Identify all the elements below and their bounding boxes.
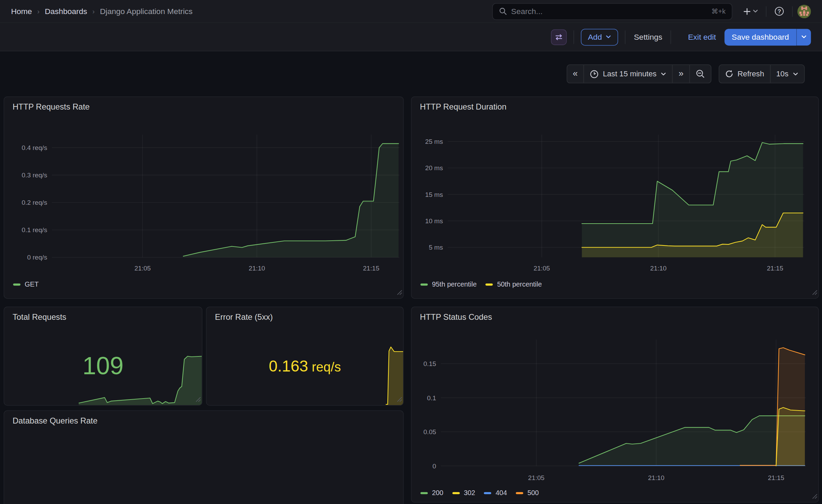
panel-title[interactable]: Database Queries Rate — [13, 416, 98, 426]
panel-database-queries-rate: Database Queries Rate — [4, 410, 404, 504]
exit-edit-button[interactable]: Exit edit — [688, 33, 716, 41]
panel-resize-handle[interactable] — [195, 395, 201, 404]
breadcrumb-home[interactable]: Home — [11, 7, 32, 16]
svg-text:21:10: 21:10 — [249, 265, 265, 272]
time-range-label: Last 15 minutes — [603, 70, 657, 78]
settings-button[interactable]: Settings — [634, 33, 662, 41]
save-dashboard-split-button: Save dashboard — [724, 28, 811, 45]
svg-text:0 req/s: 0 req/s — [27, 254, 47, 261]
stat-sparkline — [4, 354, 202, 405]
user-avatar[interactable] — [797, 4, 811, 18]
series-color-marker — [484, 492, 491, 494]
toggle-edit-pane-button[interactable] — [551, 29, 567, 45]
top-nav: Home › Dashboards › Django Application M… — [0, 0, 822, 23]
svg-text:0.3 req/s: 0.3 req/s — [22, 172, 47, 179]
time-shift-forward-button[interactable]: » — [672, 65, 689, 83]
legend-label: 500 — [527, 489, 539, 497]
time-controls: « Last 15 minutes » Refresh 10s — [566, 64, 805, 83]
search-input[interactable]: Search... ⌘+k — [492, 3, 732, 20]
add-button[interactable]: Add — [581, 28, 618, 45]
legend-item-200[interactable]: 200 — [421, 489, 444, 497]
panel-http-status-codes: HTTP Status Codes 00.050.10.1521:0521:10… — [411, 306, 819, 502]
series-color-marker — [13, 283, 20, 285]
svg-text:21:05: 21:05 — [134, 265, 151, 272]
svg-text:0.4 req/s: 0.4 req/s — [22, 144, 47, 151]
chart-legend: 95th percentile50th percentile — [421, 280, 542, 288]
panel-resize-handle[interactable] — [396, 288, 402, 297]
chevron-down-icon — [606, 35, 611, 39]
panel-title[interactable]: Total Requests — [13, 312, 66, 322]
refresh-picker-group: Refresh 10s — [719, 64, 805, 83]
breadcrumb-separator-icon: › — [92, 7, 95, 15]
breadcrumb-separator-icon: › — [37, 7, 40, 15]
panel-title[interactable]: Error Rate (5xx) — [215, 312, 273, 322]
search-icon — [499, 7, 507, 15]
plus-icon — [743, 7, 751, 15]
chevron-down-icon — [753, 10, 758, 13]
series-color-marker — [486, 283, 493, 285]
nav-divider — [766, 6, 767, 17]
clock-icon — [590, 70, 599, 78]
panel-resize-handle[interactable] — [811, 288, 817, 297]
svg-text:21:05: 21:05 — [534, 265, 550, 272]
series-color-marker — [516, 492, 523, 494]
svg-text:0.15: 0.15 — [423, 360, 436, 367]
svg-text:0.1: 0.1 — [427, 394, 436, 402]
svg-text:21:15: 21:15 — [363, 265, 379, 272]
chart-legend: GET — [13, 280, 39, 288]
svg-text:0.05: 0.05 — [423, 428, 436, 436]
svg-text:20 ms: 20 ms — [425, 164, 443, 172]
arrows-exchange-icon — [555, 33, 563, 40]
refresh-button[interactable]: Refresh — [719, 65, 770, 83]
legend-item-50th-percentile[interactable]: 50th percentile — [486, 280, 542, 288]
add-button-label: Add — [588, 33, 602, 41]
svg-text:0: 0 — [433, 463, 436, 470]
svg-text:0.1 req/s: 0.1 req/s — [22, 226, 47, 234]
save-dashboard-caret-button[interactable] — [796, 28, 811, 45]
refresh-interval-label: 10s — [776, 70, 788, 78]
panel-total-requests: Total Requests 109 — [4, 306, 202, 405]
refresh-label: Refresh — [737, 70, 764, 78]
legend-label: 302 — [464, 489, 475, 497]
legend-item-95th-percentile[interactable]: 95th percentile — [421, 280, 477, 288]
breadcrumb-dashboards[interactable]: Dashboards — [45, 7, 87, 16]
legend-item-404[interactable]: 404 — [484, 489, 507, 497]
panel-resize-handle[interactable] — [811, 492, 817, 501]
new-button[interactable] — [740, 5, 761, 18]
nav-divider — [792, 6, 793, 17]
legend-item-500[interactable]: 500 — [516, 489, 539, 497]
toolbar-divider — [671, 30, 671, 44]
panel-http-requests-rate: HTTP Requests Rate 0 req/s0.1 req/s0.2 r… — [4, 97, 404, 299]
svg-text:21:10: 21:10 — [650, 265, 667, 272]
chevron-down-icon — [793, 72, 798, 76]
chart-legend: 200302404500 — [421, 489, 539, 497]
magnifier-minus-icon — [696, 69, 705, 79]
time-picker-group: « Last 15 minutes » — [566, 64, 711, 83]
toolbar-divider — [625, 30, 626, 44]
dashboard-canvas: « Last 15 minutes » Refresh 10s — [0, 52, 822, 504]
svg-text:21:15: 21:15 — [767, 265, 783, 272]
search-placeholder: Search... — [511, 7, 707, 16]
stat-sparkline — [207, 346, 403, 405]
legend-item-302[interactable]: 302 — [452, 489, 475, 497]
svg-text:10 ms: 10 ms — [425, 217, 443, 225]
series-color-marker — [421, 283, 428, 285]
svg-text:5 ms: 5 ms — [429, 244, 443, 251]
panel-resize-handle[interactable] — [396, 395, 402, 404]
time-shift-back-button[interactable]: « — [567, 65, 583, 83]
save-dashboard-button[interactable]: Save dashboard — [724, 28, 796, 45]
svg-text:25 ms: 25 ms — [425, 138, 443, 145]
search-shortcut: ⌘+k — [711, 7, 725, 15]
help-button[interactable]: ? — [771, 4, 787, 18]
svg-text:?: ? — [777, 8, 781, 15]
timeseries-chart: 5 ms10 ms15 ms20 ms25 ms21:0521:1021:15 — [412, 97, 819, 298]
chevron-down-icon — [801, 35, 807, 39]
svg-text:0.2 req/s: 0.2 req/s — [22, 199, 47, 206]
time-range-picker-button[interactable]: Last 15 minutes — [584, 65, 672, 83]
refresh-interval-button[interactable]: 10s — [770, 65, 804, 83]
question-circle-icon: ? — [774, 6, 784, 16]
legend-item-get[interactable]: GET — [13, 280, 39, 288]
angle-double-right-icon: » — [678, 69, 683, 78]
zoom-out-time-button[interactable] — [689, 65, 711, 83]
series-color-marker — [421, 492, 428, 494]
